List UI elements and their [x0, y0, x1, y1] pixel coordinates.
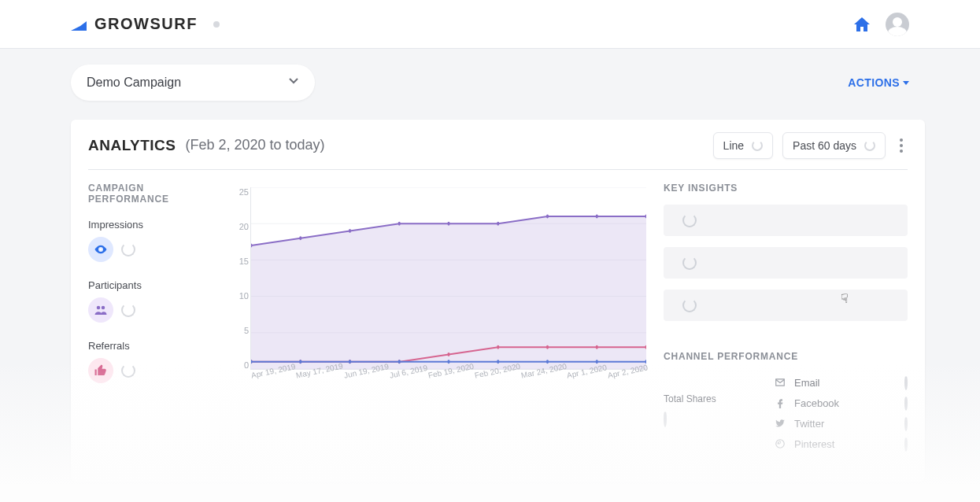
brand: GROWSURF — [71, 15, 220, 33]
svg-point-16 — [596, 214, 598, 218]
svg-point-0 — [100, 249, 102, 251]
metric-impressions: Impressions — [88, 219, 214, 262]
metric-label: Impressions — [88, 219, 214, 231]
spinner-icon — [121, 303, 135, 317]
spinner-icon — [121, 242, 135, 257]
svg-point-28 — [299, 360, 301, 364]
timerange-select[interactable]: Past 60 days — [782, 132, 886, 159]
analytics-title: ANALYTICS — [88, 137, 176, 154]
eye-icon[interactable] — [88, 237, 113, 262]
channel-item: Facebook — [774, 397, 908, 409]
topbar: GROWSURF — [0, 0, 980, 49]
metric-participants: Participants — [88, 279, 214, 323]
svg-point-22 — [447, 353, 449, 356]
more-menu[interactable] — [895, 134, 908, 157]
svg-point-2 — [102, 306, 105, 310]
actions-dropdown[interactable]: ACTIONS — [848, 76, 909, 89]
facebook-icon — [774, 397, 786, 409]
channels-list: EmailFacebookTwitterPinterest — [774, 376, 908, 450]
logo-icon — [71, 18, 87, 31]
section-channel-perf: CHANNEL PERFORMANCE — [664, 351, 908, 362]
actions-label: ACTIONS — [848, 76, 900, 89]
spinner-icon — [752, 140, 763, 151]
section-campaign-perf: CAMPAIGN PERFORMANCE — [88, 183, 214, 205]
spinner-icon — [904, 396, 908, 411]
thumbs-up-icon[interactable] — [88, 358, 113, 383]
topbar-actions — [852, 13, 909, 36]
channel-performance: CHANNEL PERFORMANCE Total Shares EmailFa… — [664, 351, 908, 450]
spinner-icon — [664, 411, 667, 427]
twitter-icon — [774, 417, 786, 430]
key-insight-loading — [664, 247, 908, 279]
chart-x-ticks: Apr 19, 2019May 17, 2019Jun 19, 2019Jul … — [250, 371, 646, 392]
avatar-icon[interactable] — [886, 13, 909, 36]
section-key-insights: KEY INSIGHTS — [664, 183, 908, 194]
chart-y-ticks: 2520151050 — [225, 187, 249, 370]
email-icon — [774, 376, 786, 389]
right-panel: KEY INSIGHTS CHANNEL PERFORMANCE Total S… — [664, 183, 908, 450]
analytics-header: ANALYTICS (Feb 2, 2020 to today) Line Pa… — [88, 135, 908, 170]
channel-label: Facebook — [794, 397, 839, 409]
channel-item: Twitter — [774, 417, 908, 430]
svg-point-12 — [398, 222, 401, 226]
svg-point-23 — [497, 345, 499, 349]
chart-plot — [250, 187, 646, 370]
campaign-selected-label: Demo Campaign — [87, 76, 181, 90]
svg-point-29 — [349, 360, 351, 364]
toolbar: Demo Campaign ACTIONS — [0, 49, 980, 112]
caret-down-icon — [903, 81, 909, 85]
channel-item: Pinterest — [774, 437, 908, 450]
channel-label: Twitter — [794, 418, 824, 430]
svg-point-11 — [349, 229, 351, 233]
svg-point-14 — [497, 222, 499, 226]
home-icon[interactable] — [852, 16, 871, 33]
chart-type-select[interactable]: Line — [713, 132, 773, 159]
spinner-icon — [904, 437, 908, 452]
svg-point-31 — [447, 360, 449, 364]
metric-referrals: Referrals — [88, 340, 214, 383]
svg-point-30 — [398, 360, 401, 364]
campaign-select[interactable]: Demo Campaign — [71, 65, 315, 101]
spinner-icon — [904, 375, 908, 390]
pinterest-icon — [774, 437, 786, 450]
svg-point-1 — [97, 306, 101, 310]
metric-label: Referrals — [88, 340, 214, 352]
channel-label: Email — [794, 377, 820, 389]
svg-point-25 — [596, 345, 598, 349]
svg-point-10 — [299, 236, 301, 240]
metric-label: Participants — [88, 279, 214, 291]
metric-toggles: CAMPAIGN PERFORMANCE Impressions Partici… — [88, 183, 214, 450]
timerange-label: Past 60 days — [793, 139, 856, 152]
svg-point-15 — [546, 214, 549, 218]
spinner-icon — [904, 416, 908, 431]
total-shares-label: Total Shares — [664, 393, 742, 404]
chart-type-label: Line — [723, 139, 744, 152]
spinner-icon — [682, 213, 697, 227]
status-dot-icon — [213, 21, 220, 28]
people-icon[interactable] — [88, 297, 113, 323]
key-insight-loading — [664, 205, 908, 236]
spinner-icon — [682, 298, 697, 312]
chart-area: 2520151050 Apr 19, 2019May 17, 2019Jun 1… — [231, 183, 646, 450]
channel-item: Email — [774, 376, 908, 389]
brand-name: GROWSURF — [94, 15, 198, 33]
svg-point-13 — [447, 222, 449, 226]
svg-point-24 — [546, 345, 549, 349]
analytics-range: (Feb 2, 2020 to today) — [185, 137, 324, 153]
spinner-icon — [682, 256, 697, 270]
key-insight-loading — [664, 290, 908, 321]
analytics-card: ANALYTICS (Feb 2, 2020 to today) Line Pa… — [71, 120, 925, 482]
spinner-icon — [121, 364, 135, 378]
channel-label: Pinterest — [794, 438, 834, 450]
svg-point-32 — [497, 360, 499, 364]
svg-point-34 — [596, 360, 598, 364]
chevron-down-icon — [288, 76, 299, 90]
spinner-icon — [864, 140, 875, 151]
total-shares: Total Shares — [664, 376, 742, 450]
svg-point-33 — [546, 360, 549, 364]
